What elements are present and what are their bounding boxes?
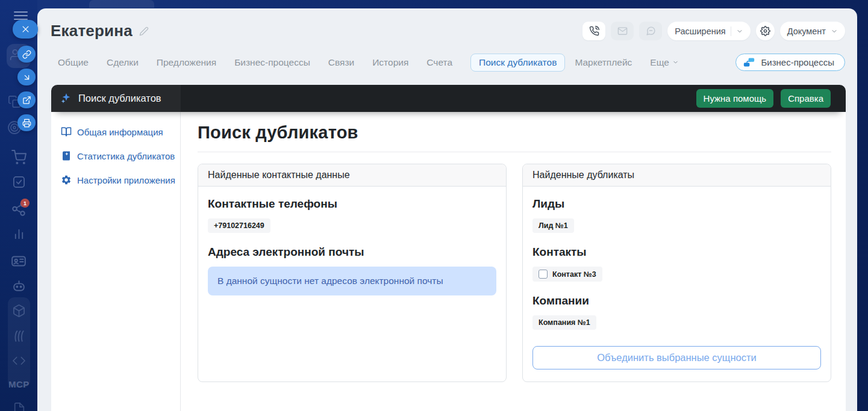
task-check-icon[interactable] [12, 175, 26, 189]
sidebar-item-duplicate-stats[interactable]: Статистика дубликатов [61, 150, 174, 161]
merge-entities-button[interactable]: Объединить выбранные сущности [532, 346, 821, 369]
box-icon[interactable] [12, 304, 26, 318]
page-title: Екатерина [51, 22, 133, 40]
tab-sdelki[interactable]: Сделки [107, 57, 139, 68]
book-check-icon [61, 150, 72, 161]
companies-heading: Компании [532, 294, 821, 307]
book-open-icon [61, 126, 72, 137]
tab-marketpleys[interactable]: Маркетплейс [575, 57, 632, 68]
business-processes-button[interactable]: Бизнес-процессы [735, 54, 845, 71]
external-link-icon [22, 96, 31, 105]
extensions-label: Расширения [675, 26, 725, 36]
left-rail: 1 MCP [0, 0, 37, 411]
main-panel: Екатерина Расширения Документ [37, 8, 857, 411]
gear-icon [61, 175, 72, 185]
tab-scheta[interactable]: Счета [426, 57, 452, 68]
ai-sparkle-icon [60, 93, 72, 104]
app-bar: Поиск дубликатов Нужна помощь Справка [51, 85, 846, 112]
settings-button[interactable] [756, 22, 775, 40]
contact-data-card: Найденные контактные данные Контактные т… [198, 164, 507, 382]
sidebar-item-label: Общая информация [77, 127, 163, 137]
window-tab-glow [89, 0, 154, 8]
no-emails-alert: В данной сущности нет адресов электронно… [208, 267, 496, 295]
app-heading: Поиск дубликатов [198, 123, 831, 143]
phone-icon [589, 26, 599, 36]
reference-button[interactable]: Справка [781, 89, 831, 108]
crm-header: Екатерина Расширения Документ [37, 8, 857, 40]
app-bar-title: Поиск дубликатов [78, 93, 161, 104]
chevron-down-icon [831, 28, 838, 35]
sidebar-item-label: Статистика дубликатов [77, 151, 175, 161]
cards-grid: Найденные контактные данные Контактные т… [198, 164, 831, 382]
divider [731, 26, 731, 36]
chevron-down-icon [736, 28, 743, 35]
phones-heading: Контактные телефоны [208, 197, 496, 211]
flowchart-icon [743, 57, 755, 68]
robot-icon[interactable] [11, 279, 27, 294]
file-icon[interactable] [13, 402, 26, 411]
call-button[interactable] [582, 22, 605, 40]
sidebar-item-general-info[interactable]: Общая информация [61, 126, 174, 137]
tab-obshchie[interactable]: Общие [58, 57, 89, 68]
business-processes-label: Бизнес-процессы [761, 57, 834, 67]
bar-chart-icon[interactable] [12, 227, 26, 241]
need-help-button[interactable]: Нужна помощь [696, 89, 774, 108]
lead-badge: Лид №1 [532, 218, 574, 233]
id-card-icon[interactable] [11, 253, 27, 269]
arrow-down-right-icon [22, 73, 31, 82]
app-bar-title-area: Поиск дубликатов [51, 85, 181, 112]
code-icon[interactable] [12, 354, 26, 368]
cart-icon[interactable] [11, 150, 27, 165]
download-button[interactable] [17, 69, 36, 85]
link-icon [22, 50, 31, 59]
tab-biznes-protsessy[interactable]: Бизнес-процессы [234, 57, 310, 68]
app-bar-actions: Нужна помощь Справка [181, 85, 846, 112]
print-button[interactable] [17, 114, 36, 131]
close-button[interactable] [13, 20, 38, 39]
gear-icon [760, 26, 770, 36]
contacts-heading: Контакты [532, 246, 821, 259]
tab-poisk-dublikatov[interactable]: Поиск дубликатов [470, 54, 565, 72]
close-icon [21, 25, 30, 34]
tab-predlozheniya[interactable]: Предложения [157, 57, 216, 68]
app-region: Поиск дубликатов Нужна помощь Справка Об… [51, 85, 846, 411]
heading-divider [198, 152, 831, 152]
mcp-item[interactable]: MCP [8, 379, 30, 389]
mail-icon [617, 26, 628, 36]
chat-icon [646, 26, 656, 36]
contact-badge: Контакт №3 [532, 267, 602, 282]
copy-link-button[interactable] [17, 46, 36, 63]
sidebar-item-app-settings[interactable]: Настройки приложения [61, 175, 174, 185]
leads-heading: Лиды [532, 197, 821, 211]
tab-istoriya[interactable]: История [372, 57, 408, 68]
document-dropdown[interactable]: Документ [780, 22, 845, 40]
sidebar-item-label: Настройки приложения [77, 175, 175, 185]
duplicates-card: Найденные дубликаты Лиды Лид №1 Контакты… [522, 164, 831, 382]
contact-card-body: Контактные телефоны +79102716249 Адреса … [198, 187, 506, 315]
app-sidebar: Общая информация Статистика дубликатов Н… [51, 112, 181, 411]
waves-icon[interactable] [11, 329, 27, 344]
company-badge: Компания №1 [532, 315, 596, 330]
open-external-button[interactable] [17, 91, 36, 108]
document-label: Документ [787, 26, 826, 36]
contact-card-header: Найденные контактные данные [198, 164, 506, 187]
duplicates-card-body: Лиды Лид №1 Контакты Контакт №3 Компании… [523, 187, 831, 382]
edit-pencil-icon[interactable] [139, 26, 149, 36]
mail-button[interactable] [611, 22, 634, 40]
emails-heading: Адреса электронной почты [208, 246, 496, 259]
duplicates-card-header: Найденные дубликаты [523, 164, 831, 187]
contact-badge-label: Контакт №3 [552, 270, 596, 279]
notification-badge: 1 [20, 199, 30, 208]
app-main: Поиск дубликатов Найденные контактные да… [181, 112, 846, 411]
extensions-dropdown[interactable]: Расширения [667, 22, 750, 40]
tab-bar: Общие Сделки Предложения Бизнес-процессы… [37, 53, 857, 72]
chat-button[interactable] [639, 22, 662, 40]
printer-icon [22, 119, 31, 128]
phone-badge: +79102716249 [208, 218, 270, 233]
app-body: Общая информация Статистика дубликатов Н… [51, 112, 846, 411]
tab-svyazi[interactable]: Связи [328, 57, 354, 68]
header-actions: Расширения Документ [582, 22, 845, 40]
tab-more[interactable]: Еще [650, 57, 679, 68]
chevron-down-icon [672, 59, 679, 66]
contact-checkbox[interactable] [539, 270, 548, 279]
